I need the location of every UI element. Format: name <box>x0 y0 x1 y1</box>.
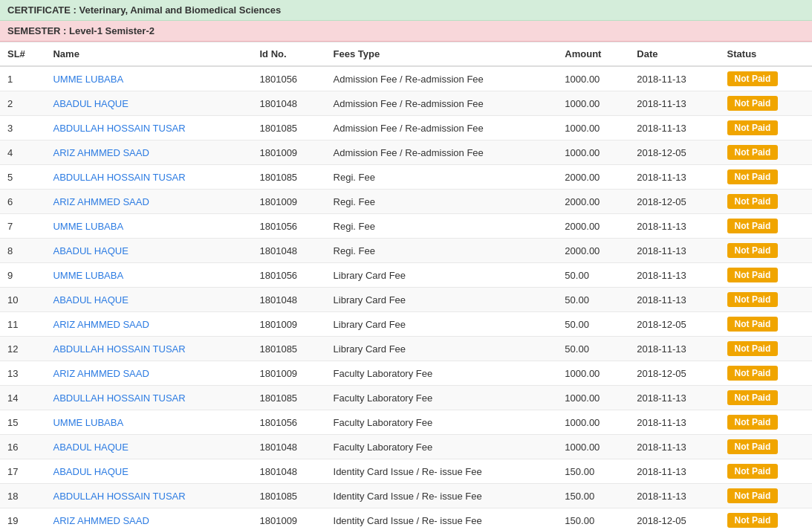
cell-amount: 1000.00 <box>557 66 629 91</box>
cell-name: UMME LUBABA <box>45 214 252 239</box>
cell-id: 1801048 <box>252 459 325 484</box>
cell-date: 2018-11-13 <box>629 91 719 116</box>
not-paid-badge[interactable]: Not Paid <box>727 120 779 135</box>
cell-sl: 17 <box>0 459 45 484</box>
not-paid-badge[interactable]: Not Paid <box>727 439 779 454</box>
not-paid-badge[interactable]: Not Paid <box>727 145 779 160</box>
not-paid-badge[interactable]: Not Paid <box>727 366 779 381</box>
not-paid-badge[interactable]: Not Paid <box>727 71 779 86</box>
cell-name: ABDULLAH HOSSAIN TUSAR <box>45 116 252 140</box>
cell-name: ABADUL HAQUE <box>45 91 252 116</box>
cell-status: Not Paid <box>720 214 812 239</box>
cell-name: UMME LUBABA <box>45 263 252 288</box>
table-row: 15UMME LUBABA1801056Faculty Laboratory F… <box>0 410 812 435</box>
cell-date: 2018-11-13 <box>629 165 719 190</box>
cell-date: 2018-12-05 <box>629 140 719 165</box>
cell-id: 1801085 <box>252 337 325 361</box>
table-row: 12ABDULLAH HOSSAIN TUSAR1801085Library C… <box>0 337 812 361</box>
not-paid-badge[interactable]: Not Paid <box>727 268 779 282</box>
cell-sl: 6 <box>0 190 45 214</box>
not-paid-badge[interactable]: Not Paid <box>727 390 779 405</box>
cell-status: Not Paid <box>720 288 812 312</box>
cell-fees-type: Faculty Laboratory Fee <box>326 386 558 410</box>
cell-id: 1801009 <box>252 361 325 386</box>
cell-sl: 10 <box>0 288 45 312</box>
cell-id: 1801056 <box>252 410 325 435</box>
cell-date: 2018-11-13 <box>629 410 719 435</box>
not-paid-badge[interactable]: Not Paid <box>727 464 779 479</box>
cell-status: Not Paid <box>720 435 812 459</box>
not-paid-badge[interactable]: Not Paid <box>727 488 779 503</box>
cell-date: 2018-11-13 <box>629 214 719 239</box>
cell-amount: 2000.00 <box>557 165 629 190</box>
cell-date: 2018-11-13 <box>629 288 719 312</box>
table-row: 10ABADUL HAQUE1801048Library Card Fee50.… <box>0 288 812 312</box>
cell-id: 1801048 <box>252 91 325 116</box>
table-row: 4ARIZ AHMMED SAAD1801009Admission Fee / … <box>0 140 812 165</box>
cell-id: 1801085 <box>252 386 325 410</box>
cell-status: Not Paid <box>720 386 812 410</box>
table-header-row: SL# Name Id No. Fees Type Amount Date St… <box>0 42 812 67</box>
cell-sl: 1 <box>0 66 45 91</box>
cell-status: Not Paid <box>720 140 812 165</box>
table-row: 17ABADUL HAQUE1801048Identity Card Issue… <box>0 459 812 484</box>
not-paid-badge[interactable]: Not Paid <box>727 219 779 233</box>
col-fees-type: Fees Type <box>326 42 558 67</box>
cell-date: 2018-12-05 <box>629 312 719 337</box>
col-name: Name <box>45 42 252 67</box>
not-paid-badge[interactable]: Not Paid <box>727 513 779 528</box>
cell-id: 1801009 <box>252 508 325 531</box>
cell-id: 1801056 <box>252 66 325 91</box>
cell-status: Not Paid <box>720 263 812 288</box>
not-paid-badge[interactable]: Not Paid <box>727 317 779 332</box>
not-paid-badge[interactable]: Not Paid <box>727 292 779 307</box>
col-status: Status <box>720 42 812 67</box>
cert-header: CERTIFICATE : Veterinary, Animal and Bio… <box>0 0 812 21</box>
cell-name: ARIZ AHMMED SAAD <box>45 190 252 214</box>
col-sl: SL# <box>0 42 45 67</box>
not-paid-badge[interactable]: Not Paid <box>727 243 779 258</box>
cell-fees-type: Identity Card Issue / Re- issue Fee <box>326 484 558 508</box>
cell-date: 2018-11-13 <box>629 435 719 459</box>
not-paid-badge[interactable]: Not Paid <box>727 341 779 356</box>
not-paid-badge[interactable]: Not Paid <box>727 194 779 209</box>
cell-fees-type: Identity Card Issue / Re- issue Fee <box>326 459 558 484</box>
cell-fees-type: Regi. Fee <box>326 239 558 263</box>
cell-status: Not Paid <box>720 239 812 263</box>
not-paid-badge[interactable]: Not Paid <box>727 169 779 184</box>
table-row: 11ARIZ AHMMED SAAD1801009Library Card Fe… <box>0 312 812 337</box>
cell-fees-type: Faculty Laboratory Fee <box>326 435 558 459</box>
cell-sl: 3 <box>0 116 45 140</box>
cell-status: Not Paid <box>720 337 812 361</box>
cell-id: 1801085 <box>252 116 325 140</box>
cell-amount: 1000.00 <box>557 435 629 459</box>
cell-sl: 4 <box>0 140 45 165</box>
cell-sl: 2 <box>0 91 45 116</box>
cell-status: Not Paid <box>720 116 812 140</box>
col-amount: Amount <box>557 42 629 67</box>
cell-name: ABDULLAH HOSSAIN TUSAR <box>45 484 252 508</box>
cell-date: 2018-11-13 <box>629 239 719 263</box>
cell-sl: 5 <box>0 165 45 190</box>
cell-date: 2018-11-13 <box>629 484 719 508</box>
cell-status: Not Paid <box>720 508 812 531</box>
cell-fees-type: Library Card Fee <box>326 288 558 312</box>
not-paid-badge[interactable]: Not Paid <box>727 415 779 430</box>
not-paid-badge[interactable]: Not Paid <box>727 96 779 111</box>
cell-name: ABADUL HAQUE <box>45 239 252 263</box>
cell-status: Not Paid <box>720 91 812 116</box>
cell-fees-type: Faculty Laboratory Fee <box>326 361 558 386</box>
table-row: 6ARIZ AHMMED SAAD1801009Regi. Fee2000.00… <box>0 190 812 214</box>
cell-amount: 2000.00 <box>557 214 629 239</box>
cell-sl: 8 <box>0 239 45 263</box>
cell-name: ARIZ AHMMED SAAD <box>45 312 252 337</box>
cell-amount: 50.00 <box>557 337 629 361</box>
cell-sl: 9 <box>0 263 45 288</box>
cell-name: ABADUL HAQUE <box>45 435 252 459</box>
cell-id: 1801009 <box>252 140 325 165</box>
cell-fees-type: Admission Fee / Re-admission Fee <box>326 66 558 91</box>
cell-name: ARIZ AHMMED SAAD <box>45 140 252 165</box>
cell-sl: 19 <box>0 508 45 531</box>
cell-id: 1801085 <box>252 165 325 190</box>
cell-fees-type: Faculty Laboratory Fee <box>326 410 558 435</box>
